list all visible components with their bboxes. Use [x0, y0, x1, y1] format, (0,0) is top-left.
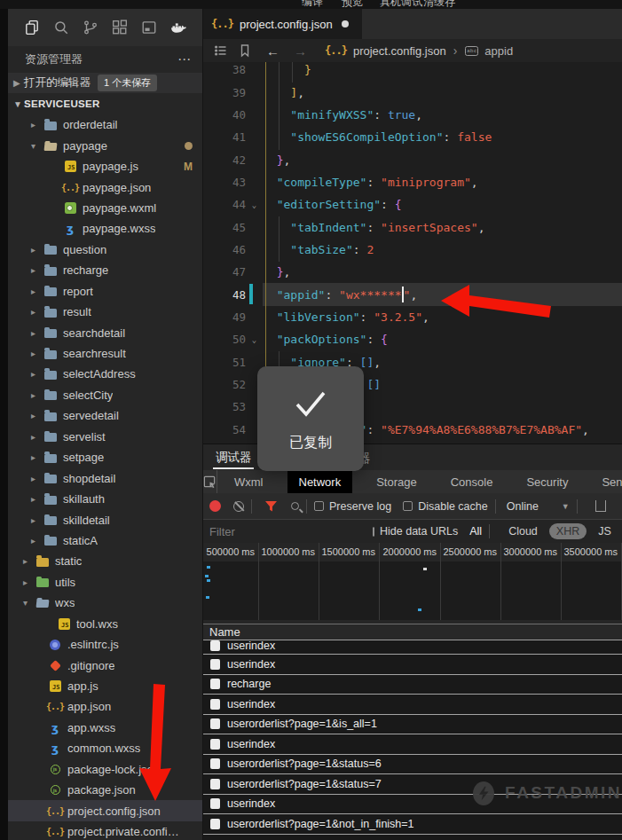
- docker-icon[interactable]: [169, 19, 187, 36]
- tree-item[interactable]: ▸shopdetail: [8, 467, 202, 488]
- tree-item[interactable]: {..}paypage.json: [8, 177, 202, 197]
- nav-back-icon[interactable]: ←: [266, 43, 280, 59]
- network-request-row[interactable]: userindex: [203, 795, 622, 815]
- tree-item[interactable]: ▸servelist: [8, 427, 202, 447]
- tree-item[interactable]: .gitignore: [8, 655, 202, 675]
- network-request-row[interactable]: userindex: [203, 695, 622, 715]
- document-icon: [210, 819, 220, 829]
- devtools-tab-sensor[interactable]: Sensor: [590, 470, 622, 493]
- layout-icon[interactable]: [140, 19, 158, 36]
- filter-input[interactable]: [209, 525, 360, 538]
- tree-item[interactable]: {..}app.json: [8, 696, 202, 717]
- chevron-right-icon: ▸: [31, 411, 43, 420]
- filter-pill-all[interactable]: All: [469, 525, 482, 538]
- extensions-icon[interactable]: [111, 19, 129, 36]
- workspace-root-row[interactable]: ▼ SERVICEUSER: [8, 93, 202, 114]
- throttling-dropdown[interactable]: Online ▼: [507, 500, 570, 513]
- tree-item[interactable]: ▸searchdetail: [8, 322, 202, 342]
- inspect-element-button[interactable]: [203, 470, 217, 493]
- tab-project-config-json[interactable]: {..} project.config.json: [203, 9, 362, 39]
- tree-item[interactable]: JStool.wxs: [8, 614, 202, 634]
- tree-item[interactable]: ▸static: [8, 551, 202, 571]
- network-request-row[interactable]: userorderlist?page=1&status=7: [203, 774, 622, 795]
- tree-item[interactable]: ▸report: [8, 281, 202, 302]
- fold-chevron-icon[interactable]: ⌄: [246, 200, 263, 209]
- tree-item[interactable]: {..}project.private.config....: [8, 821, 202, 840]
- menu-item[interactable]: 编译: [302, 0, 323, 9]
- tree-item[interactable]: ▸utils: [8, 572, 202, 593]
- tree-item[interactable]: jspackage.json: [8, 780, 202, 800]
- filter-pill-xhr[interactable]: XHR: [549, 523, 587, 539]
- network-request-row[interactable]: userindex: [203, 640, 622, 655]
- network-request-row[interactable]: userindex: [203, 734, 622, 755]
- fold-chevron-icon[interactable]: ⌄: [246, 335, 263, 344]
- network-timeline[interactable]: 500000 ms1000000 ms1500000 ms2000000 ms2…: [203, 543, 622, 620]
- menu-item[interactable]: 预览: [342, 0, 363, 9]
- search-icon[interactable]: [52, 19, 70, 36]
- wxss-file-icon: ʒ: [48, 742, 62, 755]
- tree-item[interactable]: ▸result: [8, 302, 202, 322]
- nav-forward-icon[interactable]: →: [294, 43, 307, 59]
- network-request-row[interactable]: userindex: [203, 655, 622, 675]
- line-number: 38: [203, 63, 246, 76]
- network-request-row[interactable]: userorderlist?page=1&is_all=1: [203, 715, 622, 735]
- preserve-log-checkbox[interactable]: [314, 501, 324, 511]
- tree-item[interactable]: ▸selectAddress: [8, 364, 202, 384]
- modified-dot-icon: [185, 142, 193, 150]
- clear-icon[interactable]: [233, 501, 244, 512]
- devtools-tab-wxml[interactable]: Wxml: [223, 470, 275, 493]
- hide-data-urls-checkbox[interactable]: [373, 527, 374, 537]
- import-icon[interactable]: [595, 500, 606, 512]
- network-name-header[interactable]: Name: [203, 624, 622, 640]
- tree-item[interactable]: ▾wxs: [8, 593, 202, 613]
- tree-item[interactable]: ▸selectCity: [8, 385, 202, 405]
- devtools-tab-network[interactable]: Network: [287, 470, 353, 493]
- tree-item[interactable]: ▸orderdetail: [8, 114, 202, 135]
- source-control-icon[interactable]: [82, 19, 99, 36]
- breadcrumb-file[interactable]: project.config.json: [353, 44, 446, 58]
- document-icon: [210, 679, 220, 689]
- debugger-tab[interactable]: 调试器: [216, 450, 252, 466]
- tree-item[interactable]: ▸skilldetail: [8, 509, 202, 530]
- files-icon[interactable]: [23, 19, 41, 36]
- menu-item[interactable]: 清缓存: [423, 0, 455, 9]
- network-request-row[interactable]: recharge: [203, 675, 622, 695]
- tree-item[interactable]: jspackage-lock.json: [8, 759, 202, 780]
- line-number: 48: [203, 288, 246, 302]
- tree-item[interactable]: JSapp.js: [8, 676, 202, 696]
- tree-item[interactable]: ▸staticA: [8, 530, 202, 551]
- record-icon[interactable]: [209, 500, 221, 512]
- menu-item[interactable]: 真机调试: [380, 0, 422, 9]
- tree-item[interactable]: ▸skillauth: [8, 489, 202, 509]
- explorer-title: 资源管理器: [25, 51, 83, 67]
- filter-funnel-icon[interactable]: [264, 500, 278, 513]
- network-request-row[interactable]: userorderlist?page=1&status=6: [203, 755, 622, 775]
- tree-item[interactable]: ▸searchresult: [8, 343, 202, 364]
- tree-item[interactable]: ʒcommon.wxss: [8, 738, 202, 758]
- devtools-tab-console[interactable]: Console: [439, 470, 505, 493]
- network-request-row[interactable]: [203, 835, 622, 840]
- bookmark-icon[interactable]: [238, 43, 252, 58]
- tree-item[interactable]: JSpaypage.jsM: [8, 156, 202, 177]
- tree-item[interactable]: ▸question: [8, 239, 202, 260]
- tree-item[interactable]: ▸setpage: [8, 447, 202, 467]
- tree-item[interactable]: ▾paypage: [8, 135, 202, 155]
- breadcrumb-symbol[interactable]: appid: [484, 44, 513, 58]
- tree-item[interactable]: paypage.wxml: [8, 198, 202, 218]
- tree-item[interactable]: ▸recharge: [8, 260, 202, 280]
- devtools-tab-storage[interactable]: Storage: [365, 470, 429, 493]
- tree-item[interactable]: ʒpaypage.wxss: [8, 218, 202, 239]
- tree-item[interactable]: .eslintrc.js: [8, 634, 202, 655]
- search-icon[interactable]: [291, 502, 299, 510]
- tree-item[interactable]: {..}project.config.json: [8, 800, 202, 820]
- devtools-tab-security[interactable]: Security: [515, 470, 579, 493]
- filter-pill-js[interactable]: JS: [598, 525, 611, 538]
- more-actions-icon[interactable]: ⋯: [177, 51, 192, 67]
- open-editors-section[interactable]: ▶ 打开的编辑器 1 个未保存: [8, 73, 202, 93]
- tree-item[interactable]: ▸servedetail: [8, 405, 202, 426]
- network-request-row[interactable]: userorderlist?page=1&not_in_finish=1: [203, 814, 622, 835]
- disable-cache-checkbox[interactable]: [403, 501, 413, 511]
- filter-pill-cloud[interactable]: Cloud: [508, 525, 538, 538]
- tree-item[interactable]: ʒapp.wxss: [8, 718, 202, 738]
- outline-list-icon[interactable]: [214, 43, 228, 58]
